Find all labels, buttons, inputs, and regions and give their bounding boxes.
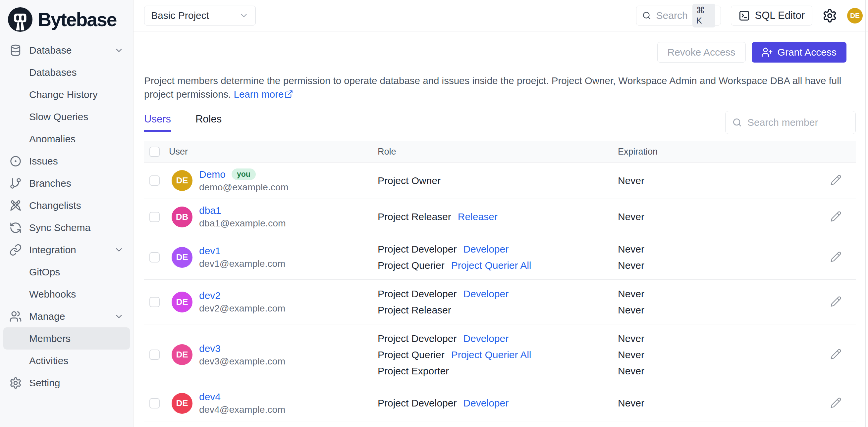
edit-member-button[interactable] [829, 397, 842, 410]
role-link[interactable]: Developer [463, 243, 508, 255]
sidebar-item-change-history[interactable]: Change History [3, 84, 130, 106]
member-name-link[interactable]: Demo [199, 169, 226, 180]
sidebar-item-activities[interactable]: Activities [3, 350, 130, 372]
expiration-value: Never [618, 172, 816, 189]
branch-icon [9, 177, 22, 190]
app-logo[interactable]: Bytebase [0, 0, 133, 32]
member-name-link[interactable]: dev1 [199, 245, 221, 257]
sql-editor-button[interactable]: SQL Editor [731, 6, 812, 26]
sidebar-item-label: Anomalies [29, 133, 75, 145]
sidebar-item-changelists[interactable]: Changelists [3, 194, 130, 217]
expiration-value: Never [618, 209, 816, 225]
sidebar-item-setting[interactable]: Setting [3, 372, 130, 394]
sidebar-item-label: Members [29, 333, 70, 344]
role-title: Project Releaser [378, 211, 451, 223]
sidebar-item-anomalies[interactable]: Anomalies [3, 128, 130, 150]
expiration-value: Never [618, 257, 816, 273]
row-checkbox[interactable] [149, 252, 160, 262]
tabs: Users Roles [144, 113, 222, 132]
member-row-dev1: DEdev1dev1@example.comProject DeveloperD… [144, 235, 856, 280]
bytebase-logo-icon [8, 7, 32, 32]
member-name-link[interactable]: dev2 [199, 290, 221, 301]
issues-icon [9, 155, 22, 167]
edit-member-button[interactable] [829, 210, 842, 223]
global-search-input[interactable]: Search ⌘ K [636, 6, 721, 26]
sidebar-item-database[interactable]: Database [3, 39, 130, 61]
member-name-link[interactable]: dba1 [199, 205, 221, 216]
sidebar-item-databases[interactable]: Databases [3, 61, 130, 84]
row-checkbox[interactable] [149, 297, 160, 307]
sidebar: Bytebase DatabaseDatabasesChange History… [0, 0, 133, 427]
sidebar-item-manage[interactable]: Manage [3, 305, 130, 327]
page-description: Project members determine the permission… [144, 74, 846, 101]
role-line: Project ReleaserReleaser [378, 209, 618, 225]
pencil-icon [830, 349, 841, 360]
role-link[interactable]: Project Querier All [451, 349, 531, 360]
expiration-value: Never [618, 330, 816, 347]
edit-member-button[interactable] [829, 348, 842, 361]
expiration-value: Never [618, 286, 816, 302]
pencil-icon [830, 211, 841, 222]
learn-more-label: Learn more [234, 89, 284, 100]
role-link[interactable]: Project Querier All [451, 260, 531, 271]
role-title: Project Developer [378, 333, 457, 344]
edit-member-button[interactable] [829, 251, 842, 264]
row-checkbox[interactable] [149, 212, 160, 222]
role-link[interactable]: Developer [463, 288, 508, 300]
sidebar-item-gitops[interactable]: GitOps [3, 261, 130, 283]
row-checkbox[interactable] [149, 350, 160, 360]
member-email: demo@example.com [199, 182, 288, 193]
user-avatar[interactable]: DE [847, 8, 863, 24]
changelist-icon [9, 199, 22, 212]
edit-member-button[interactable] [829, 295, 842, 308]
role-title: Project Developer [378, 398, 457, 409]
avatar: DE [172, 344, 192, 365]
page-actions: Revoke Access Grant Access [144, 42, 846, 63]
chevron-down-icon [114, 245, 124, 255]
role-link[interactable]: Developer [463, 398, 508, 409]
sidebar-item-branches[interactable]: Branches [3, 172, 130, 194]
topbar-right: Search ⌘ K SQL Editor DE [636, 6, 863, 26]
settings-gear-icon[interactable] [822, 8, 837, 23]
member-row-dev2: DEdev2dev2@example.comProject DeveloperD… [144, 280, 856, 324]
table-body: DEDemoyoudemo@example.comProject OwnerNe… [144, 163, 856, 421]
sidebar-item-slow-queries[interactable]: Slow Queries [3, 106, 130, 128]
members-table: User Role Expiration DEDemoyoudemo@examp… [144, 141, 856, 421]
sidebar-item-label: Slow Queries [29, 111, 88, 123]
chevron-down-icon [239, 10, 249, 21]
tab-roles[interactable]: Roles [195, 113, 222, 132]
role-link[interactable]: Developer [463, 333, 508, 344]
column-header-role: Role [378, 146, 618, 157]
role-title: Project Developer [378, 243, 457, 255]
learn-more-link[interactable]: Learn more [234, 89, 293, 100]
sidebar-item-sync-schema[interactable]: Sync Schema [3, 217, 130, 239]
sidebar-item-members[interactable]: Members [3, 327, 130, 350]
scrollbar-track[interactable] [865, 0, 866, 427]
role-link[interactable]: Releaser [458, 211, 498, 223]
sidebar-item-webhooks[interactable]: Webhooks [3, 283, 130, 305]
revoke-access-button[interactable]: Revoke Access [657, 42, 746, 63]
member-name-link[interactable]: dev4 [199, 391, 221, 402]
member-name-link[interactable]: dev3 [199, 343, 221, 354]
users-icon [9, 310, 22, 323]
sidebar-item-label: Manage [29, 311, 65, 322]
grant-access-button[interactable]: Grant Access [752, 42, 846, 63]
edit-member-button[interactable] [829, 174, 842, 187]
member-email: dev4@example.com [199, 404, 285, 415]
member-search-input[interactable] [725, 111, 856, 134]
row-checkbox[interactable] [149, 398, 160, 408]
project-selector[interactable]: Basic Project [144, 6, 256, 26]
sql-editor-label: SQL Editor [755, 10, 805, 22]
sidebar-item-issues[interactable]: Issues [3, 150, 130, 172]
select-all-checkbox[interactable] [149, 146, 160, 157]
tabs-row: Users Roles [144, 111, 856, 134]
user-plus-icon [762, 47, 773, 58]
grant-access-label: Grant Access [778, 47, 837, 58]
sidebar-item-integration[interactable]: Integration [3, 239, 130, 261]
search-placeholder: Search [656, 10, 688, 21]
app-title: Bytebase [38, 9, 116, 30]
tab-users[interactable]: Users [144, 113, 171, 132]
member-row-dev3: DEdev3dev3@example.comProject DeveloperD… [144, 324, 856, 385]
database-icon [9, 44, 22, 57]
row-checkbox[interactable] [149, 175, 160, 186]
